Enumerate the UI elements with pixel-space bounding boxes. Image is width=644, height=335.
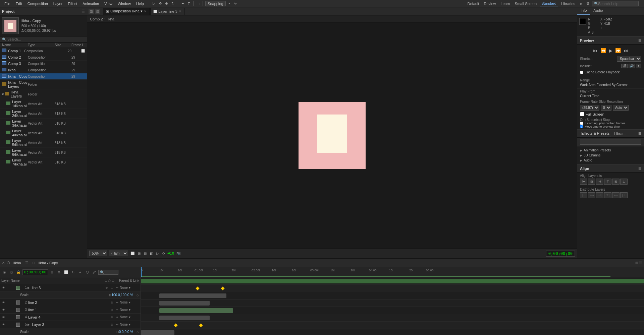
pen-tool-btn[interactable]: ✒: [180, 1, 185, 6]
list-item[interactable]: Layer 1/likha.ai Vector Art 318 KB: [0, 99, 87, 109]
layer-solo-toggle[interactable]: [6, 285, 11, 290]
layer-icon-btn[interactable]: ⊕: [110, 308, 114, 312]
viewer-btn-roi[interactable]: ⬜: [129, 251, 136, 256]
tl-icon-3[interactable]: ⬜: [63, 269, 69, 275]
effects-search-input[interactable]: [580, 139, 641, 145]
layer-vis-toggle[interactable]: 👁: [1, 300, 6, 305]
layer-icon-btn[interactable]: ⬡: [110, 285, 114, 290]
layer-row[interactable]: 👁 5 ▶ Layer 3 ⊕ ✒ None ▾: [0, 321, 141, 328]
layer-lock-toggle[interactable]: [11, 322, 15, 327]
align-top-btn[interactable]: ⊤: [604, 179, 611, 185]
tl-icon-4[interactable]: ↻: [70, 269, 76, 275]
viewer-btn-mask[interactable]: ◧: [149, 251, 154, 256]
transport-play-btn[interactable]: ▶: [608, 47, 613, 54]
transport-last-frame-btn[interactable]: ⏭: [623, 47, 629, 54]
align-panel-menu-icon[interactable]: ☰: [638, 166, 641, 170]
breadcrumb-item-1[interactable]: Comp 2: [90, 17, 103, 21]
menu-view[interactable]: View: [102, 1, 115, 6]
expand-arrow[interactable]: ▶: [27, 286, 31, 289]
align-bottom-btn[interactable]: ⊥: [620, 179, 628, 185]
timeline-icon-btn-1[interactable]: ⊞: [635, 261, 638, 265]
layer-icon-btn[interactable]: ⊕: [104, 285, 109, 290]
layer-row[interactable]: 👁 1 ▶ line 3 ⊕ ⬡ ✒ None ▾: [0, 284, 141, 291]
tl-lock-btn[interactable]: 🔒: [15, 269, 21, 275]
menu-window[interactable]: Window: [115, 1, 133, 6]
tl-icon-5[interactable]: ✒: [77, 269, 83, 275]
list-item[interactable]: Layer 6/likha.ai Vector Art 318 KB: [0, 148, 87, 157]
viewer-btn-snapshot[interactable]: 📷: [175, 251, 181, 256]
menu-help[interactable]: Help: [134, 1, 146, 6]
transport-next-frame-btn[interactable]: ⏩: [614, 47, 622, 54]
resolution-select[interactable]: Auto Full Half: [613, 105, 629, 111]
keyframe-diamond[interactable]: [199, 323, 203, 327]
viewer-timecode[interactable]: 0;00;00;00: [546, 251, 575, 257]
tab-icon-btn-1[interactable]: ◫: [89, 9, 94, 14]
tab-icon-btn-2[interactable]: ▤: [95, 9, 100, 14]
align-hcenter-btn[interactable]: ⊟: [588, 179, 595, 185]
layer-icon-btn[interactable]: ⊕: [110, 322, 114, 327]
tab-audio[interactable]: Audio: [590, 7, 606, 15]
distribute-bottom-btn[interactable]: |⊥: [620, 192, 628, 198]
tl-timecode[interactable]: 0;00;00;00: [22, 269, 48, 275]
workspace-review-btn[interactable]: Review: [482, 1, 497, 6]
layer-icon-btn[interactable]: ✒: [115, 322, 120, 327]
expand-workspace-btn[interactable]: ⧉: [586, 1, 590, 6]
comp-tab-close[interactable]: ✕: [144, 10, 147, 13]
viewer-btn-grid[interactable]: ⊟: [143, 251, 148, 256]
move-time-checkbox[interactable]: [580, 125, 583, 128]
layer-vis-toggle[interactable]: 👁: [1, 307, 6, 313]
transport-prev-frame-btn[interactable]: ⏪: [600, 47, 607, 54]
snapping-btn[interactable]: Snapping: [205, 1, 226, 6]
list-item[interactable]: Layer 2/likha.ai Vector Art 318 KB: [0, 109, 87, 119]
viewer-btn-safe[interactable]: ⊞: [137, 251, 142, 256]
list-item[interactable]: Comp 1 Composition 29 ⬜: [0, 48, 87, 54]
fullscreen-checkbox[interactable]: [580, 112, 584, 116]
layer-icon-btn[interactable]: ✒: [115, 300, 120, 305]
layer-icon-btn[interactable]: ⊕: [110, 300, 114, 305]
list-item[interactable]: likha Composition 29: [0, 67, 87, 73]
scale-keyframe-btn[interactable]: ◇: [135, 330, 140, 334]
menu-file[interactable]: File: [2, 1, 13, 6]
tab-info[interactable]: Info: [577, 7, 590, 15]
layer-row[interactable]: 👁 3 line 1 ⊕ ✒ None ▾: [0, 306, 141, 314]
distribute-left-btn[interactable]: |⊢: [580, 192, 587, 198]
menu-edit[interactable]: Edit: [13, 1, 24, 6]
hand-tool-btn[interactable]: ✥: [158, 1, 163, 6]
layer-vis-toggle[interactable]: 👁: [1, 285, 6, 290]
tl-solo-btn-2[interactable]: ◎: [8, 269, 14, 275]
help-search-input[interactable]: [598, 2, 636, 6]
workspace-libraries-btn[interactable]: Libraries: [559, 1, 577, 6]
align-vcenter-btn[interactable]: ⊠: [612, 179, 620, 185]
playhead[interactable]: [141, 267, 142, 277]
motion-sketch-btn[interactable]: ⋆: [227, 1, 231, 6]
shape-tool-btn[interactable]: □: [196, 1, 200, 6]
list-item[interactable]: Layer 7/likha.ai Vector Art 318 KB: [0, 157, 87, 167]
distribute-vcenter-btn[interactable]: ⟸: [612, 192, 620, 198]
skip-select[interactable]: 0 1 2: [601, 105, 611, 111]
layer-solo-toggle[interactable]: [6, 322, 11, 327]
tab-layer[interactable]: ⬜ Layer line 3 ✕: [150, 8, 184, 15]
timeline-ruler[interactable]: 0f 10f 20f 01:00f 10f 20f 02:00f 10f 20f…: [141, 267, 644, 277]
effects-panel-menu-icon[interactable]: ☰: [638, 132, 641, 135]
tl-icon-1[interactable]: ⊟: [49, 269, 55, 275]
list-item[interactable]: Layer 3/likha.ai Vector Art 318 KB: [0, 119, 87, 128]
workspace-standard-btn[interactable]: Standard: [540, 1, 558, 6]
menu-animation[interactable]: Animation: [80, 1, 101, 6]
quality-select[interactable]: (Half) (Full) (Third): [109, 251, 128, 256]
workspace-learn-btn[interactable]: Learn: [499, 1, 512, 6]
tl-icon-2[interactable]: ⊕: [56, 269, 62, 275]
list-item[interactable]: Comp 2 Composition 29: [0, 54, 87, 61]
menu-effect[interactable]: Effect: [65, 1, 79, 6]
tl-solo-btn[interactable]: ◉: [1, 269, 7, 275]
workspace-smallscreen-btn[interactable]: Small Screen: [513, 1, 538, 6]
cache-checkbox[interactable]: [580, 71, 583, 74]
track-area[interactable]: [141, 277, 644, 335]
layer-vis-toggle[interactable]: 👁: [1, 315, 6, 320]
layer-row[interactable]: 👁 2 line 2 ⊕ ✒ None ▾: [0, 299, 141, 306]
layer-lock-toggle[interactable]: [11, 315, 15, 320]
align-left-btn[interactable]: ⊢: [580, 179, 587, 185]
list-item[interactable]: likha - Copy Layers Folder: [0, 80, 87, 89]
project-search-input[interactable]: [7, 38, 85, 41]
shortcut-select[interactable]: Spacebar: [617, 56, 641, 62]
list-item[interactable]: likha - Copy Composition 29: [0, 73, 87, 80]
